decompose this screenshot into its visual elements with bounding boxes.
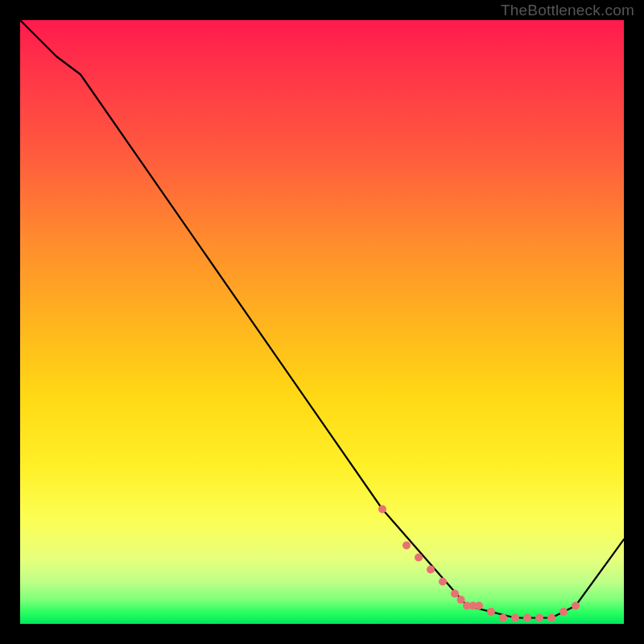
curve-line — [20, 20, 624, 618]
marker-dot — [559, 608, 568, 616]
marker-dot — [523, 614, 531, 622]
marker-dot — [457, 596, 465, 604]
marker-group — [378, 506, 580, 622]
marker-dot — [402, 542, 411, 550]
marker-dot — [547, 614, 555, 622]
marker-dot — [451, 590, 459, 598]
marker-dot — [511, 614, 519, 622]
marker-dot — [572, 602, 580, 610]
plot-area — [20, 20, 624, 624]
chart-svg — [20, 20, 624, 624]
chart-frame: TheBottleneck.com — [0, 0, 644, 644]
marker-dot — [415, 554, 423, 562]
marker-dot — [427, 566, 435, 574]
marker-dot — [475, 602, 483, 610]
marker-dot — [499, 614, 507, 622]
marker-dot — [535, 614, 543, 622]
marker-dot — [378, 506, 386, 514]
watermark-text: TheBottleneck.com — [501, 2, 634, 19]
marker-dot — [487, 608, 495, 616]
marker-dot — [439, 578, 447, 586]
